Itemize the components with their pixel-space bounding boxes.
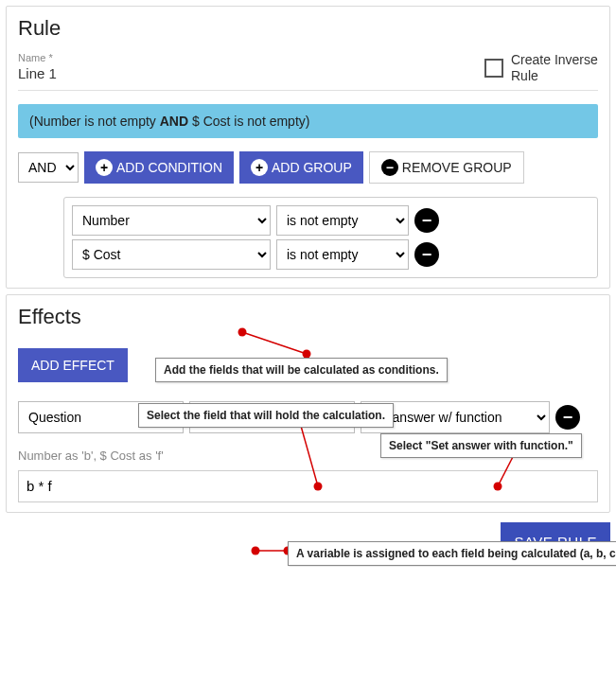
add-effect-button[interactable]: ADD EFFECT (18, 348, 128, 382)
name-label: Name * (18, 52, 466, 63)
inverse-label: Create Inverse Rule (511, 52, 598, 84)
condition-field-select[interactable]: $ Cost (72, 239, 271, 270)
remove-condition-button[interactable]: − (414, 208, 439, 233)
condition-join-select[interactable]: AND (18, 152, 79, 183)
save-rule-button[interactable]: SAVE RULE (501, 522, 610, 561)
condition-op-select[interactable]: is not empty (276, 239, 409, 270)
minus-icon: − (381, 159, 398, 176)
remove-condition-button[interactable]: − (414, 242, 439, 267)
conditions-container: Number is not empty − $ Cost is not empt… (63, 197, 598, 278)
effect-target-select[interactable]: Total ($) (189, 401, 355, 433)
name-input[interactable]: Line 1 (18, 65, 466, 81)
formula-input[interactable] (18, 470, 598, 502)
add-group-button[interactable]: + ADD GROUP (239, 151, 363, 184)
condition-field-select[interactable]: Number (72, 205, 271, 236)
effect-action-select[interactable]: set answer w/ function (361, 401, 550, 433)
condition-op-select[interactable]: is not empty (276, 205, 409, 236)
condition-row: Number is not empty − (72, 205, 590, 236)
add-condition-button[interactable]: + ADD CONDITION (84, 151, 234, 184)
condition-summary: (Number is not empty AND $ Cost is not e… (18, 104, 598, 138)
rule-title: Rule (18, 16, 598, 41)
condition-row: $ Cost is not empty − (72, 239, 590, 270)
variables-text: Number as 'b', $ Cost as 'f' (18, 449, 598, 463)
remove-effect-button[interactable]: − (555, 405, 580, 430)
inverse-checkbox[interactable] (484, 59, 503, 78)
effects-panel: Effects ADD EFFECT Question Total ($) se… (6, 294, 610, 513)
remove-group-button[interactable]: − REMOVE GROUP (369, 151, 524, 184)
plus-icon: + (96, 159, 113, 176)
effects-title: Effects (18, 305, 598, 329)
plus-icon: + (251, 159, 268, 176)
effect-type-select[interactable]: Question (18, 401, 184, 433)
rule-panel: Rule Name * Line 1 Create Inverse Rule (… (6, 6, 610, 289)
